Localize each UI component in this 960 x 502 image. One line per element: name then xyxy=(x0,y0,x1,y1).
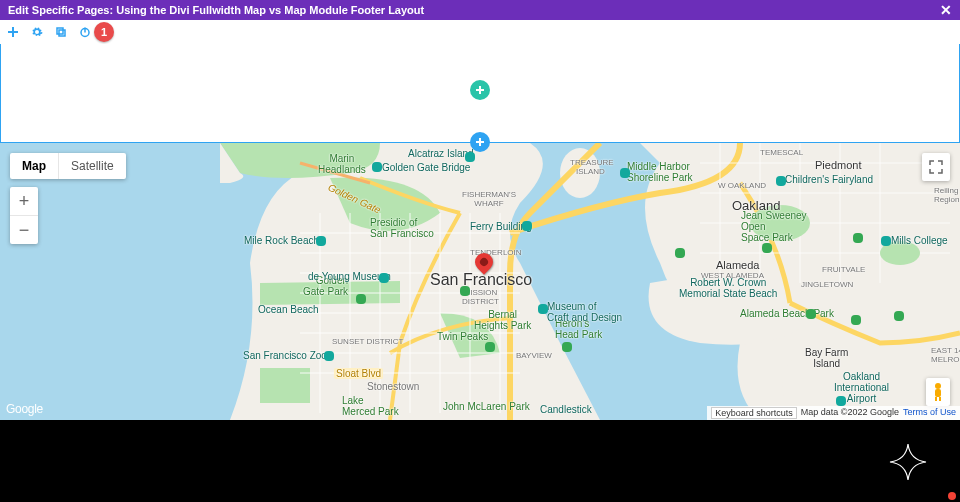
poi-pin-icon[interactable] xyxy=(538,304,548,314)
terms-link[interactable]: Terms of Use xyxy=(903,407,956,419)
label: Middle Harbor Shoreline Park xyxy=(627,161,693,183)
step-badge: 1 xyxy=(94,22,114,42)
park-pin-icon[interactable] xyxy=(851,315,861,325)
label: John McLaren Park xyxy=(443,401,530,412)
add-row-button[interactable] xyxy=(470,80,490,100)
poi-pin-icon[interactable] xyxy=(522,221,532,231)
poi-pin-icon[interactable] xyxy=(620,168,630,178)
label: Reiling Region xyxy=(934,186,959,204)
park-pin-icon[interactable] xyxy=(894,311,904,321)
gear-icon[interactable] xyxy=(30,25,44,39)
poi-pin-icon[interactable] xyxy=(379,273,389,283)
label: Golden Gate Bridge xyxy=(382,162,470,173)
add-icon[interactable] xyxy=(6,25,20,39)
label: Bay Farm Island xyxy=(805,347,848,369)
map-attribution: Keyboard shortcuts Map data ©2022 Google… xyxy=(707,406,960,420)
poi-pin-icon[interactable] xyxy=(465,152,475,162)
pegman-button[interactable] xyxy=(926,378,950,406)
power-icon[interactable] xyxy=(78,25,92,39)
map-data-label: Map data ©2022 Google xyxy=(801,407,899,419)
poi-pin-icon[interactable] xyxy=(316,236,326,246)
park-pin-icon[interactable] xyxy=(853,233,863,243)
map-type-satellite[interactable]: Satellite xyxy=(59,153,126,179)
label: FRUITVALE xyxy=(822,265,865,274)
map-marker[interactable] xyxy=(475,253,493,271)
svg-point-6 xyxy=(935,383,941,389)
label: EAST 14 MELRO xyxy=(931,346,960,364)
builder-section[interactable] xyxy=(0,44,960,143)
label: Ocean Beach xyxy=(258,304,319,315)
zoom-control: + − xyxy=(10,187,38,244)
label: Mile Rock Beach xyxy=(244,235,319,246)
label: FISHERMAN'S WHARF xyxy=(462,190,516,208)
label: Robert W. Crown Memorial State Beach xyxy=(679,277,777,299)
label-alam: Alameda xyxy=(716,259,759,271)
label: Alcatraz Island xyxy=(408,148,474,159)
label: Jean Sweeney Open Space Park xyxy=(741,210,807,243)
label: TEMESCAL xyxy=(760,148,803,157)
close-icon[interactable]: ✕ xyxy=(940,2,952,18)
label-sf: San Francisco xyxy=(430,271,532,289)
poi-pin-icon[interactable] xyxy=(372,162,382,172)
label: Stonestown xyxy=(367,381,419,392)
label: Sloat Blvd xyxy=(334,368,383,379)
label: W OAKLAND xyxy=(718,181,766,190)
label: San Francisco Zoo xyxy=(243,350,327,361)
zoom-out-button[interactable]: − xyxy=(10,216,38,244)
label: Bernal Heights Park xyxy=(474,309,531,331)
kb-shortcuts[interactable]: Keyboard shortcuts xyxy=(711,407,797,419)
label: Mills College xyxy=(891,235,948,246)
record-indicator-icon xyxy=(948,492,956,500)
label: Alameda Beach Park xyxy=(740,308,834,319)
poi-pin-icon[interactable] xyxy=(881,236,891,246)
zoom-in-button[interactable]: + xyxy=(10,187,38,216)
park-pin-icon[interactable] xyxy=(675,248,685,258)
park-pin-icon[interactable] xyxy=(806,309,816,319)
title-bar: Edit Specific Pages: Using the Divi Full… xyxy=(0,0,960,20)
park-pin-icon[interactable] xyxy=(762,243,772,253)
label: Twin Peaks xyxy=(437,331,488,342)
label-pied: Piedmont xyxy=(815,159,861,171)
section-toolbar: 1 xyxy=(0,20,960,44)
svg-rect-7 xyxy=(935,389,941,397)
park-pin-icon[interactable] xyxy=(562,342,572,352)
bottom-panel xyxy=(0,420,960,502)
add-section-button[interactable] xyxy=(470,132,490,152)
label: Lake Merced Park xyxy=(342,395,399,417)
label: Museum of Craft and Design xyxy=(547,301,622,323)
park-pin-icon[interactable] xyxy=(356,294,366,304)
fullscreen-button[interactable] xyxy=(922,153,950,181)
label: BAYVIEW xyxy=(516,351,552,360)
google-logo: Google xyxy=(6,402,43,416)
star-logo-icon xyxy=(888,442,928,482)
map-type-map[interactable]: Map xyxy=(10,153,59,179)
label: Marin Headlands xyxy=(318,153,366,175)
park-pin-icon[interactable] xyxy=(485,342,495,352)
label: TREASURE xyxy=(570,158,614,167)
map-module[interactable]: San Francisco Oakland Piedmont Alameda W… xyxy=(0,143,960,420)
poi-pin-icon[interactable] xyxy=(836,396,846,406)
label: Presidio of San Francisco xyxy=(370,217,434,239)
duplicate-icon[interactable] xyxy=(54,25,68,39)
title-text: Edit Specific Pages: Using the Divi Full… xyxy=(8,4,424,16)
label: Children's Fairyland xyxy=(785,174,873,185)
label: JINGLETOWN xyxy=(801,280,853,289)
poi-pin-icon[interactable] xyxy=(324,351,334,361)
poi-pin-icon[interactable] xyxy=(776,176,786,186)
label: ISLAND xyxy=(576,167,605,176)
label: SUNSET DISTRICT xyxy=(332,337,403,346)
label: Candlestick xyxy=(540,404,592,415)
map-type-control: Map Satellite xyxy=(10,153,126,179)
park-pin-icon[interactable] xyxy=(460,286,470,296)
